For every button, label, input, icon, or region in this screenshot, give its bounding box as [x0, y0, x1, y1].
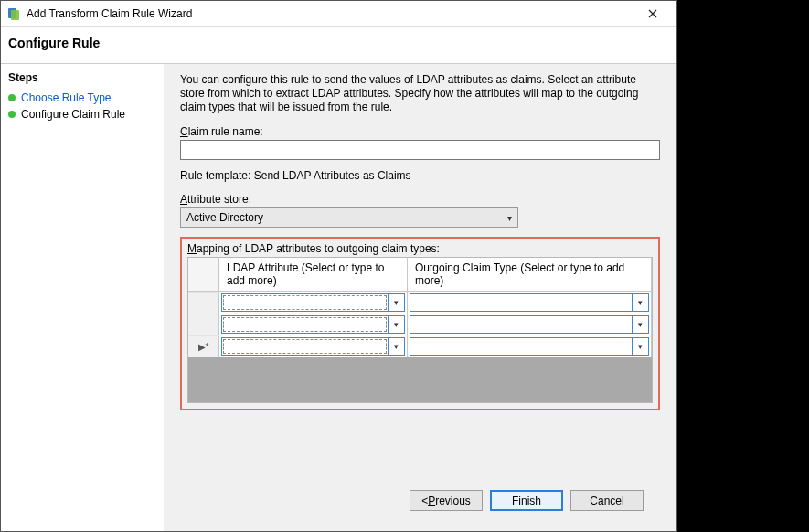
mapping-label: Mapping of LDAP attributes to outgoing c…: [187, 242, 653, 255]
chevron-down-icon: ▾: [388, 316, 404, 333]
attribute-store-select[interactable]: Active Directory ▾: [180, 207, 518, 228]
svg-rect-1: [11, 10, 19, 20]
chevron-down-icon: ▾: [388, 338, 404, 355]
chevron-down-icon: ▾: [388, 294, 404, 311]
wizard-body: Steps Choose Rule Type Configure Claim R…: [1, 64, 676, 531]
step-bullet-icon: [8, 94, 16, 101]
step-bullet-icon: [8, 111, 16, 118]
step-label: Choose Rule Type: [21, 91, 112, 104]
claim-rule-name-label: Claim rule name:: [180, 125, 660, 138]
page-heading: Configure Rule: [1, 27, 676, 64]
claim-rule-name-input[interactable]: [180, 140, 660, 160]
ldap-attribute-combo[interactable]: ▾: [221, 293, 405, 312]
previous-button[interactable]: < Previous: [410, 490, 483, 511]
grid-row: ▾ ▾: [188, 314, 652, 335]
close-button[interactable]: [634, 1, 671, 27]
grid-row: ▶* ▾ ▾: [188, 335, 652, 357]
main-panel: You can configure this rule to send the …: [164, 64, 676, 531]
rule-template-text: Rule template: Send LDAP Attributes as C…: [180, 169, 660, 182]
chevron-down-icon: ▾: [507, 213, 512, 223]
finish-button[interactable]: Finish: [490, 490, 563, 511]
row-indicator[interactable]: [188, 292, 219, 314]
column-header-claim: Outgoing Claim Type (Select or type to a…: [408, 258, 652, 292]
outgoing-claim-combo[interactable]: ▾: [410, 315, 649, 334]
row-indicator[interactable]: ▶*: [188, 335, 219, 357]
grid-row: ▾ ▾: [188, 292, 652, 314]
column-header-ldap: LDAP Attribute (Select or type to add mo…: [219, 258, 408, 292]
titlebar: Add Transform Claim Rule Wizard: [1, 1, 676, 27]
step-choose-rule-type[interactable]: Choose Rule Type: [8, 90, 156, 106]
outgoing-claim-combo[interactable]: ▾: [410, 293, 649, 312]
wizard-window: Add Transform Claim Rule Wizard Configur…: [0, 0, 677, 532]
grid-empty-area: [188, 357, 652, 402]
button-bar: < Previous Finish Cancel: [180, 479, 660, 524]
step-label: Configure Claim Rule: [21, 108, 125, 121]
outgoing-claim-combo[interactable]: ▾: [410, 337, 649, 356]
app-icon: [6, 6, 21, 21]
intro-text: You can configure this rule to send the …: [180, 73, 660, 114]
step-configure-claim-rule: Configure Claim Rule: [8, 106, 156, 122]
chevron-down-icon: ▾: [632, 316, 648, 333]
mapping-highlight: Mapping of LDAP attributes to outgoing c…: [180, 237, 660, 410]
attribute-store-label: Attribute store:: [180, 193, 660, 206]
grid-header: LDAP Attribute (Select or type to add mo…: [188, 258, 652, 292]
chevron-down-icon: ▾: [632, 294, 648, 311]
window-title: Add Transform Claim Rule Wizard: [27, 7, 192, 20]
attribute-store-value: Active Directory: [186, 211, 263, 224]
steps-heading: Steps: [8, 71, 156, 84]
cancel-button[interactable]: Cancel: [570, 490, 644, 511]
row-indicator[interactable]: [188, 314, 219, 335]
chevron-down-icon: ▾: [632, 338, 648, 355]
steps-sidebar: Steps Choose Rule Type Configure Claim R…: [1, 64, 164, 531]
close-icon: [648, 9, 657, 18]
ldap-attribute-combo[interactable]: ▾: [221, 337, 405, 356]
mapping-grid: LDAP Attribute (Select or type to add mo…: [187, 257, 653, 403]
grid-corner: [188, 258, 219, 292]
ldap-attribute-combo[interactable]: ▾: [221, 315, 405, 334]
